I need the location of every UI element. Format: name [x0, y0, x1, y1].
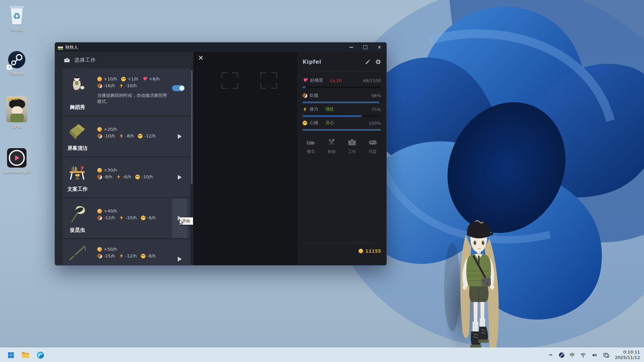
edge-icon: [36, 351, 45, 359]
stat-value: +10/h: [104, 76, 117, 81]
desktop-icon-label: ukulele.mp3: [1, 169, 33, 174]
bed-icon: [306, 138, 315, 147]
towel-job-icon: [67, 121, 88, 142]
stat-value: -16/h: [104, 83, 115, 88]
taskbar-clock[interactable]: 0:10:11 2025/11/12: [615, 350, 640, 360]
money-icon: [97, 77, 102, 81]
pet-app-window: 秋秋人 ✕ 选择工作: [55, 42, 387, 265]
stat-row-hunger: 饥饿 98%: [303, 93, 381, 103]
stat-value: +8/h: [149, 76, 160, 81]
wifi-icon[interactable]: [580, 352, 586, 358]
food-icon: [97, 174, 103, 180]
pet-preview-area: ×: [193, 52, 298, 265]
pet-name: Kipfel: [303, 59, 321, 65]
job-name: 屏幕清洁: [63, 145, 92, 152]
mood-icon: [141, 216, 146, 220]
start-job-button[interactable]: [172, 117, 187, 156]
heart-icon: [142, 77, 147, 81]
mood-icon: [121, 77, 126, 81]
heart-icon: [303, 78, 308, 83]
energy-icon: [116, 175, 121, 179]
stat-value: -6/h: [147, 215, 156, 220]
start-job-button[interactable]: [172, 158, 187, 197]
stat-chip: -8/h: [97, 174, 112, 179]
job-list-scrollbar[interactable]: [191, 70, 193, 264]
desktop-icon-ukulele[interactable]: ukulele.mp3: [1, 148, 33, 174]
photos-sync-icon[interactable]: [603, 352, 609, 358]
stat-chip: +8/h: [142, 76, 160, 81]
job-card-writing[interactable]: 文案工作 +30/h -8/h -6/h -10/h: [63, 158, 190, 197]
mood-icon: [141, 254, 146, 258]
stat-value: +1/h: [127, 76, 138, 81]
job-name: 捉昆虫: [63, 227, 92, 233]
desktop-icon-recycle-bin[interactable]: ♻ 回收站: [1, 3, 33, 33]
play-button[interactable]: 玩耍: [363, 138, 383, 155]
money-value: 11155: [365, 248, 381, 254]
window-titlebar[interactable]: 秋秋人 ✕: [55, 43, 386, 52]
volume-icon[interactable]: [591, 352, 598, 358]
stat-value: -8/h: [125, 133, 134, 138]
food-button[interactable]: 食物: [321, 138, 342, 155]
desktop: ♻ 回收站 ↗ Steam QPet! QPet: [0, 0, 644, 362]
stat-value: -12/h: [125, 253, 137, 258]
edit-pet-name-icon[interactable]: [365, 59, 371, 65]
stat-status: 开心: [325, 120, 334, 126]
mood-bar: [303, 129, 381, 131]
play-icon: [178, 175, 182, 180]
scrollbar-thumb[interactable]: [191, 70, 193, 184]
start-job-button[interactable]: [172, 239, 187, 265]
preview-close-button[interactable]: ×: [198, 54, 204, 61]
start-tooltip: 开始: [179, 217, 193, 225]
play-icon: [178, 134, 182, 139]
close-button[interactable]: ✕: [372, 43, 386, 52]
job-card-clean[interactable]: 屏幕清洁 +20/h -10/h -8/h -12/h: [63, 117, 190, 156]
window-app-icon: [58, 45, 63, 50]
stat-chip: +40/h: [97, 208, 117, 214]
file-explorer-button[interactable]: [21, 350, 30, 360]
energy-icon: [303, 107, 307, 112]
stat-value: 75%: [371, 107, 381, 112]
money-icon: [97, 127, 102, 132]
affection-bar: [303, 86, 381, 88]
job-card-insects[interactable]: 捉昆虫 +40/h -12/h -10/h -6/h: [63, 198, 190, 238]
windows-logo-icon: [7, 351, 15, 359]
job-card-dance[interactable]: 舞蹈秀 +10/h +1/h +8/h -16/h -10/h: [63, 68, 190, 115]
job-card-partial[interactable]: +50/h -15/h -12/h -8/h: [63, 239, 190, 265]
sleep-button[interactable]: 睡觉: [301, 138, 321, 155]
start-button[interactable]: [6, 350, 15, 360]
food-icon: [97, 83, 103, 89]
desktop-icon-steam[interactable]: ↗ Steam: [1, 50, 33, 76]
energy-icon: [119, 134, 124, 138]
stat-chip: -10/h: [119, 215, 137, 220]
briefcase-icon: [347, 138, 357, 147]
work-button[interactable]: 工作: [342, 138, 363, 155]
accessory-slot-1[interactable]: [221, 72, 238, 89]
action-label: 食物: [327, 149, 335, 155]
action-label: 睡觉: [307, 149, 315, 155]
stat-value: -10/h: [142, 174, 153, 179]
desktop-icon-qpet[interactable]: QPet! QPet: [1, 96, 33, 129]
maximize-button[interactable]: [358, 43, 372, 52]
stat-value: 48/1100: [363, 78, 381, 83]
edge-browser-button[interactable]: [36, 350, 45, 360]
money-icon: [97, 168, 102, 173]
pet-status-panel: Kipfel 好感度 Lv.10 48/1100: [297, 52, 386, 265]
job-list: 舞蹈秀 +10/h +1/h +8/h -16/h -10/h: [55, 68, 193, 265]
minimize-button[interactable]: [344, 43, 358, 52]
remove-pet-icon[interactable]: [375, 59, 381, 65]
rod-job-icon: [67, 244, 88, 265]
money-balance: 11155: [359, 248, 381, 254]
accessory-slot-2[interactable]: [260, 72, 277, 89]
auto-dance-toggle[interactable]: [172, 85, 185, 91]
stat-chip: -10/h: [97, 133, 115, 138]
desktop-pet-character[interactable]: [442, 210, 513, 350]
tray-chevron-icon[interactable]: [548, 352, 553, 358]
steam-tray-icon[interactable]: [558, 352, 565, 358]
stat-value: -12/h: [104, 215, 115, 220]
clock-date: 2025/11/12: [615, 355, 640, 360]
stat-value: -10/h: [125, 215, 137, 220]
stat-value: +20/h: [104, 127, 117, 132]
recycle-bin-icon: ♻: [7, 3, 26, 25]
ime-indicator[interactable]: 中: [570, 352, 575, 358]
energy-icon: [119, 254, 124, 258]
